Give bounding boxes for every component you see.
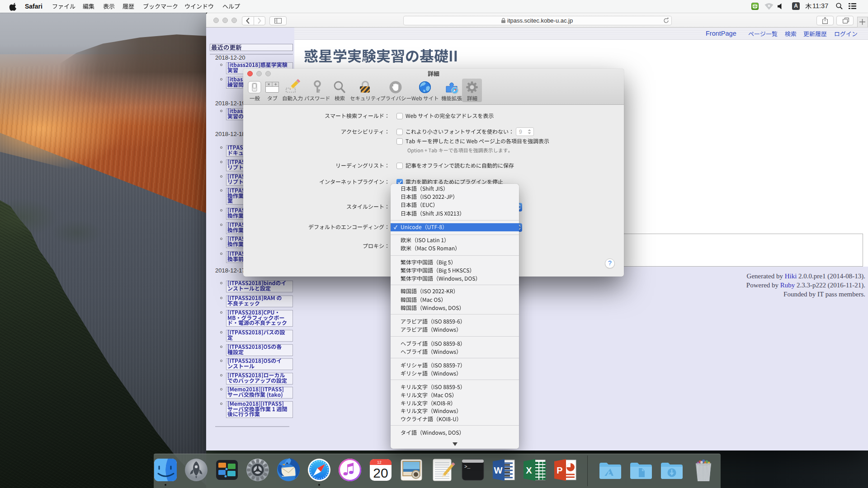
svg-text:X: X [526, 465, 532, 475]
svg-text:12: 12 [377, 460, 382, 465]
svg-text:W: W [494, 465, 503, 475]
svg-text:P: P [557, 465, 562, 475]
svg-text:20: 20 [373, 465, 388, 480]
svg-text:>_: >_ [464, 464, 471, 469]
